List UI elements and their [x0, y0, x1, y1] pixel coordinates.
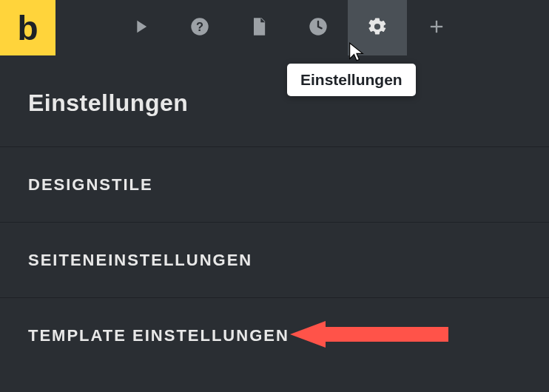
settings-tooltip: Einstellungen — [287, 64, 416, 96]
menu-item-design-styles[interactable]: Designstile — [0, 146, 549, 222]
gear-icon — [367, 16, 388, 40]
page-icon — [249, 16, 269, 40]
page-heading: Einstellungen — [0, 55, 549, 146]
menu-item-label: Template Einstellungen — [28, 326, 289, 345]
app-root: b ? — [0, 0, 549, 392]
page-button[interactable] — [229, 0, 289, 55]
toolbar-spacer — [55, 0, 111, 55]
app-logo-letter: b — [17, 8, 38, 48]
app-logo[interactable]: b — [0, 0, 55, 55]
svg-text:?: ? — [196, 19, 203, 33]
add-button[interactable] — [407, 0, 466, 55]
play-icon — [130, 16, 151, 40]
top-toolbar: b ? — [0, 0, 549, 55]
menu-item-label: Designstile — [28, 175, 153, 195]
menu-item-page-settings[interactable]: Seiteneinstellungen — [0, 222, 549, 297]
clock-icon — [308, 16, 329, 40]
page-title: Einstellungen — [28, 89, 521, 117]
play-button[interactable] — [111, 0, 170, 55]
plus-icon — [426, 16, 447, 40]
tooltip-label: Einstellungen — [300, 71, 403, 88]
help-button[interactable]: ? — [170, 0, 229, 55]
menu-item-template-settings[interactable]: Template Einstellungen — [0, 297, 549, 373]
settings-button[interactable] — [348, 0, 407, 55]
help-icon: ? — [189, 16, 210, 40]
history-button[interactable] — [289, 0, 348, 55]
menu-item-label: Seiteneinstellungen — [28, 251, 252, 270]
